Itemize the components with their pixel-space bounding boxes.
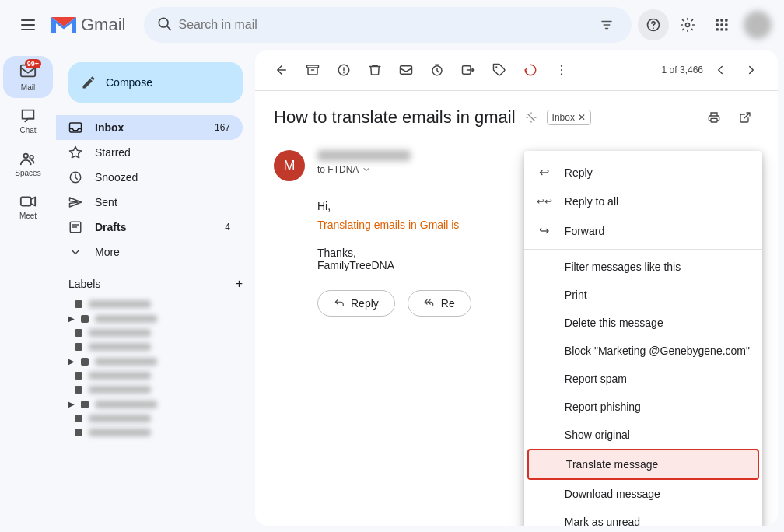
label-item-8[interactable]: ▶ <box>68 397 243 411</box>
dropdown-mark-unread[interactable]: Mark as unread <box>524 508 762 526</box>
left-nav: 99+ Mail Chat Spaces Meet <box>0 50 56 532</box>
dropdown-print[interactable]: Print <box>524 281 762 309</box>
snooze-button[interactable] <box>423 56 451 84</box>
label-arrow-8: ▶ <box>68 400 75 408</box>
sidebar-item-snoozed[interactable]: Snoozed <box>56 165 243 190</box>
hamburger-button[interactable] <box>12 9 44 40</box>
subject-actions <box>700 103 759 131</box>
label-item-1[interactable] <box>68 297 243 311</box>
dropdown-phishing-label: Report phishing <box>565 401 641 413</box>
spaces-icon <box>19 150 37 167</box>
svg-point-19 <box>30 156 33 159</box>
sidebar-item-inbox[interactable]: Inbox 167 <box>56 115 243 140</box>
spam-button[interactable] <box>330 56 358 84</box>
search-filter-button[interactable] <box>594 12 619 37</box>
sidebar-item-sent[interactable]: Sent <box>56 190 243 215</box>
left-nav-chat[interactable]: Chat <box>3 101 53 141</box>
left-nav-meet[interactable]: Meet <box>3 187 53 226</box>
sidebar-item-drafts[interactable]: Drafts 4 <box>56 215 243 240</box>
label-item-7[interactable] <box>68 383 243 397</box>
settings-button[interactable] <box>672 9 703 40</box>
left-nav-mail[interactable]: 99+ Mail <box>3 56 53 98</box>
user-avatar[interactable] <box>744 11 772 39</box>
labels-add-button[interactable]: + <box>236 277 243 291</box>
left-nav-spaces[interactable]: Spaces <box>3 144 53 184</box>
dropdown-delete[interactable]: Delete this message <box>524 309 762 337</box>
delete-button[interactable] <box>361 56 389 84</box>
dropdown-filter[interactable]: Filter messages like this <box>524 253 762 281</box>
more-actions-button[interactable] <box>548 56 576 84</box>
label-name-9 <box>89 415 151 422</box>
label-item-2[interactable]: ▶ <box>68 311 243 326</box>
to-line: to FTDNA <box>317 164 548 175</box>
label-color-3 <box>75 329 82 337</box>
starred-icon <box>68 145 82 159</box>
reply-all-btn-label: Re <box>441 297 455 310</box>
reply-button[interactable]: Reply <box>317 290 395 317</box>
main-area: 99+ Mail Chat Spaces Meet Compose <box>0 50 784 532</box>
email-subject-text: How to translate emails in gmail <box>274 107 516 128</box>
search-input[interactable] <box>178 18 588 32</box>
starred-label: Starred <box>95 146 230 159</box>
dropdown-forward[interactable]: ↪ Forward <box>524 215 762 246</box>
more-icon <box>68 245 82 259</box>
label-color-6 <box>75 372 82 380</box>
dropdown-block[interactable]: Block "Marketing @Genebygene.com" <box>524 337 762 365</box>
svg-rect-10 <box>725 19 727 22</box>
to-dropdown-icon[interactable] <box>362 165 371 174</box>
svg-rect-26 <box>401 66 412 75</box>
label-color-9 <box>75 415 82 422</box>
label-arrow-5: ▶ <box>68 357 75 366</box>
svg-rect-11 <box>716 23 719 26</box>
dropdown-forward-icon: ↪ <box>537 223 552 238</box>
drafts-label: Drafts <box>95 221 212 233</box>
inbox-tag-close[interactable]: ✕ <box>578 112 586 123</box>
mark-unread-button[interactable] <box>392 56 420 84</box>
drafts-icon <box>68 220 82 234</box>
help-button[interactable] <box>638 9 669 40</box>
label-color-10 <box>75 429 82 436</box>
label-item-4[interactable] <box>68 340 243 354</box>
label-color-7 <box>75 386 82 394</box>
dropdown-download[interactable]: Download message <box>524 480 762 508</box>
dropdown-spam[interactable]: Report spam <box>524 365 762 393</box>
print-button[interactable] <box>700 103 728 131</box>
open-in-new-button[interactable] <box>731 103 759 131</box>
dropdown-reply-all-label: Reply to all <box>565 195 618 208</box>
sidebar-item-more[interactable]: More <box>56 240 243 264</box>
dropdown-reply-all-icon: ↩↩ <box>537 196 552 207</box>
prev-email-button[interactable] <box>706 56 734 84</box>
dropdown-phishing[interactable]: Report phishing <box>524 393 762 421</box>
label-item-6[interactable] <box>68 369 243 383</box>
top-icons <box>638 9 772 40</box>
dropdown-reply-label: Reply <box>565 166 593 179</box>
next-email-button[interactable] <box>737 56 765 84</box>
label-button[interactable] <box>485 56 513 84</box>
dropdown-reply[interactable]: ↩ Reply <box>524 157 762 187</box>
compose-button[interactable]: Compose <box>68 62 243 103</box>
snoozed-icon <box>68 170 82 184</box>
label-name-5 <box>95 358 157 366</box>
label-arrow-2: ▶ <box>68 314 75 323</box>
dropdown-show-original[interactable]: Show original <box>524 421 762 449</box>
dropdown-reply-all[interactable]: ↩↩ Reply to all <box>524 187 762 215</box>
label-item-9[interactable] <box>68 411 243 425</box>
sidebar-item-starred[interactable]: Starred <box>56 140 243 165</box>
label-item-10[interactable] <box>68 425 243 439</box>
forward-as-attachment-button[interactable] <box>516 56 544 84</box>
inbox-label-tag: Inbox ✕ <box>547 110 591 125</box>
apps-button[interactable] <box>706 9 737 40</box>
label-item-5[interactable]: ▶ <box>68 354 243 369</box>
svg-point-30 <box>561 65 562 67</box>
move-button[interactable] <box>454 56 482 84</box>
drafts-count: 4 <box>225 222 230 233</box>
archive-button[interactable] <box>299 56 327 84</box>
reply-all-button[interactable]: Re <box>408 290 471 317</box>
label-item-3[interactable] <box>68 326 243 340</box>
svg-rect-9 <box>720 19 723 22</box>
dropdown-translate[interactable]: Translate message <box>527 449 759 480</box>
dropdown-block-label: Block "Marketing @Genebygene.com" <box>565 345 750 357</box>
back-button[interactable] <box>268 56 296 84</box>
label-color-2 <box>81 315 89 323</box>
svg-rect-2 <box>21 29 35 30</box>
